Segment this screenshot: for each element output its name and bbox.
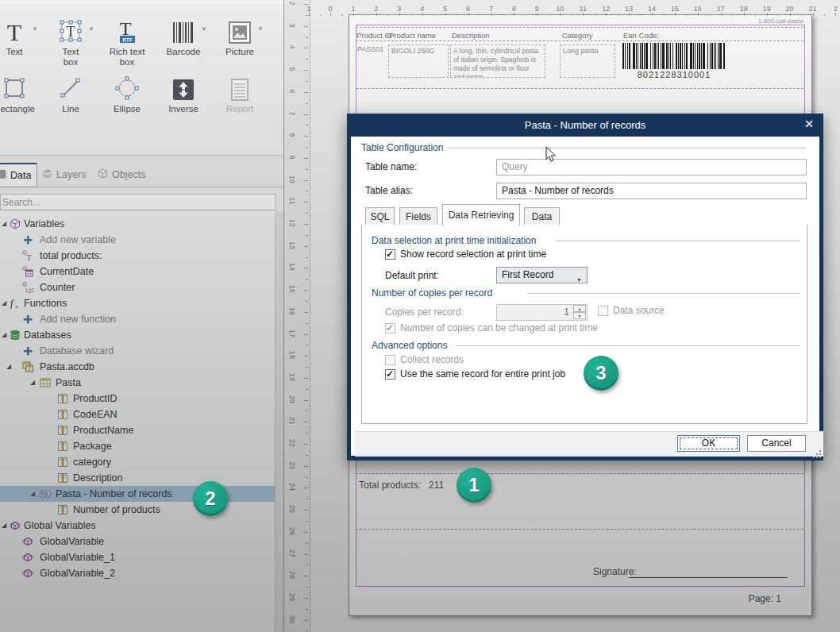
expander-icon[interactable]: ◢ [2, 300, 6, 306]
ruler-number: 9 [530, 5, 543, 13]
tree-item-productid[interactable]: ProductID [0, 391, 275, 407]
close-icon[interactable]: ✕ [804, 118, 814, 130]
doc-col-header[interactable]: Product name [389, 31, 436, 40]
picture-tool[interactable]: Picture▼ [212, 16, 268, 57]
expander-icon[interactable]: ◢ [2, 522, 6, 529]
tree-item-global-variables[interactable]: ◢Global Variables [0, 518, 275, 534]
default-print-dropdown[interactable]: First Record ▼ [496, 267, 588, 283]
tree-item-databases[interactable]: ◢Databases [0, 327, 275, 343]
doc-cell-category[interactable]: Long pasta [560, 44, 615, 78]
doc-cell-description[interactable]: A long, thin, cylindrical pasta of itali… [450, 44, 545, 78]
report-icon [212, 73, 268, 102]
copies-spinner: 1 ▲ ▼ [496, 304, 588, 321]
ruler-tick [304, 620, 308, 621]
ruler-tick [304, 92, 308, 93]
inverse-tool[interactable]: Inverse [156, 73, 211, 114]
tree-item-pasta[interactable]: ◢Pasta [0, 375, 275, 391]
ruler-number: 2 [288, 0, 296, 9]
chevron-down-icon[interactable]: ▼ [32, 25, 38, 33]
show-record-selection-checkbox[interactable]: Show record selection at print time [385, 249, 546, 260]
expander-icon[interactable]: ◢ [6, 364, 11, 370]
annotation-badge-2: 2 [193, 481, 228, 516]
tree-item-number-of-products[interactable]: Number of products [0, 502, 275, 518]
tree-item-functions[interactable]: ◢fxFunctions [0, 295, 275, 311]
ruler-tick [304, 532, 308, 533]
tree-item-total-products-[interactable]: Ttotal products: [0, 248, 275, 264]
tree-item-add-new-function[interactable]: Add new function [0, 311, 275, 327]
ruler-number: 4 [288, 41, 296, 52]
doc-cell-product-name[interactable]: BIGOLI 250G [388, 44, 449, 78]
doc-cell-product-id[interactable]: PASS01 [357, 45, 383, 53]
data-tab-icon [0, 169, 6, 182]
tool-label: Report [212, 104, 268, 114]
tree-item-currentdate[interactable]: CurrentDate [0, 264, 275, 279]
rectangle-tool[interactable]: Rectangle [0, 73, 42, 114]
tree-item-productname[interactable]: ProductName [0, 422, 275, 438]
tree-item-package[interactable]: Package [0, 438, 275, 454]
tree-item-label: Description [73, 472, 123, 484]
line-tool[interactable]: Line [43, 73, 98, 114]
cancel-button[interactable]: Cancel [747, 435, 806, 452]
dialog-tab-data[interactable]: Data [524, 207, 560, 225]
tree-item-globalvariable[interactable]: GlobalVariable [0, 534, 275, 549]
spinner-buttons[interactable]: ▲ ▼ [573, 305, 587, 320]
tree-item-pasta-accdb[interactable]: ◢Pasta.accdb [0, 359, 275, 375]
tree-item-add-new-variable[interactable]: Add new variable [0, 232, 275, 248]
expander-icon[interactable]: ◢ [2, 221, 6, 227]
ruler-tick [306, 191, 308, 191]
tab-objects[interactable]: Objects [92, 164, 151, 185]
resize-grip[interactable] [813, 450, 821, 458]
tree-item-counter[interactable]: 123Counter [0, 279, 275, 295]
dialog-tab-data-retrieving[interactable]: Data Retrieving [442, 204, 520, 225]
tab-data[interactable]: Data [0, 163, 37, 187]
expander-icon[interactable]: ◢ [2, 332, 6, 338]
tree-item-label: Functions [24, 298, 67, 309]
table-name-input[interactable]: Query [496, 159, 807, 175]
ruler-tick [306, 81, 308, 82]
chevron-down-icon[interactable]: ▼ [257, 25, 264, 33]
tree-item-description[interactable]: Description [0, 470, 275, 486]
text-tool[interactable]: T Text▼ [0, 16, 42, 57]
expander-icon[interactable]: ◢ [30, 380, 35, 386]
dialog-tab-sql[interactable]: SQL [365, 207, 395, 225]
object-toolbar: T Text▼T Text box▼TRTF Rich text box Bar… [0, 0, 283, 156]
table-alias-input[interactable]: Pasta - Number of records [496, 183, 807, 199]
dialog-tab-fields[interactable]: Fields [399, 207, 437, 225]
ean-barcode[interactable] [622, 43, 726, 69]
tree-item-database-wizard[interactable]: Database wizard [0, 343, 275, 359]
tree-item-label: Global Variables [24, 520, 96, 531]
total-products-text[interactable]: Total products: 211 [359, 480, 444, 491]
rich-text-box-tool[interactable]: TRTF Rich text box [99, 16, 155, 67]
text-box-tool[interactable]: T Text box▼ [43, 16, 98, 67]
doc-col-header[interactable]: Ean Code: [623, 31, 659, 40]
chevron-down-icon[interactable]: ▼ [88, 25, 94, 33]
page-number-text[interactable]: Page: 1 [749, 593, 781, 604]
table-top-line [356, 27, 803, 28]
label-note-text[interactable]: 1-800-call-pasta [758, 17, 803, 25]
spin-up-icon[interactable]: ▲ [573, 305, 586, 312]
ribbon-top-strip [0, 0, 283, 5]
chevron-down-icon[interactable]: ▼ [201, 25, 207, 33]
doc-col-header[interactable]: Product ID [356, 31, 392, 40]
search-input[interactable] [0, 194, 276, 210]
doc-col-header[interactable]: Category [562, 31, 593, 40]
global-icon [10, 520, 21, 531]
doc-col-header[interactable]: Description [452, 31, 490, 40]
tree-item-pasta-number-of-records[interactable]: ◢SQLPasta - Number of records [0, 486, 275, 502]
ruler-tick [801, 14, 802, 16]
same-record-checkbox[interactable]: Use the same record for entire print job [385, 368, 565, 380]
tree-item-codeean[interactable]: CodeEAN [0, 407, 275, 422]
barcode-tool[interactable]: Barcode▼ [156, 16, 211, 57]
tree-item-globalvariable-1[interactable]: GlobalVariable_1 [0, 549, 275, 565]
tree-item-variables[interactable]: ◢Variables [0, 216, 275, 232]
checkbox-checked[interactable] [385, 249, 395, 260]
expander-icon[interactable]: ◢ [30, 491, 35, 497]
spin-down-icon[interactable]: ▼ [573, 312, 586, 319]
checkbox-checked[interactable] [385, 369, 395, 380]
tree-item-globalvariable-2[interactable]: GlobalVariable_2 [0, 565, 275, 581]
tree-item-category[interactable]: category [0, 454, 275, 470]
ruler-number: 28 [288, 569, 296, 580]
tab-layers[interactable]: Layers [37, 164, 92, 185]
ellipse-tool[interactable]: Ellipse [99, 73, 155, 114]
ok-button[interactable]: OK [677, 435, 740, 452]
